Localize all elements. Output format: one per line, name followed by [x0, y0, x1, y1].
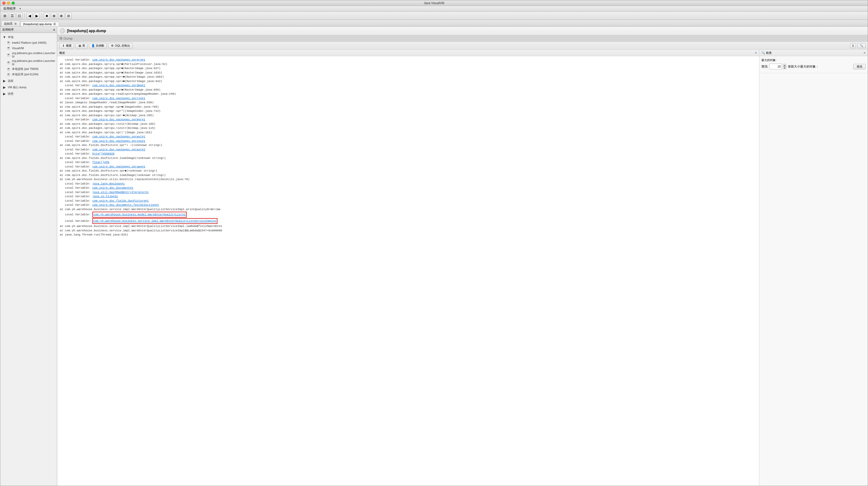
stack-link[interactable]: com.spire.doc.packages.sprwxt#1	[92, 135, 146, 138]
search-panel-title: 检查	[766, 51, 772, 55]
stack-trace-line: Local Variable: com.spire.doc.packages.s…	[60, 96, 756, 101]
spinner-down[interactable]: ▼	[783, 66, 786, 69]
stack-link[interactable]: com.spire.doc.packages.sprprq#1	[92, 58, 146, 61]
toolbar-btn-1[interactable]: ⊞	[2, 13, 8, 19]
toolbar-btn-3[interactable]: ⊡	[16, 13, 23, 19]
sub-btn-instances[interactable]: 👤 实例数	[89, 43, 106, 49]
tab-start-page[interactable]: 起始页 ×	[1, 21, 20, 26]
sidebar-item-localapp[interactable]: ☕ 本地应用 (pid 61294)	[0, 72, 57, 77]
stack-link[interactable]: com.spire.doc.packages.sprcpu#1	[92, 140, 146, 143]
sidebar-item-visualvm[interactable]: ☕ VisualVM	[0, 45, 57, 51]
stack-trace-line: at com.spire.doc.packages.sprcpu.<init>(…	[60, 126, 756, 130]
stack-trace-line: Local Variable: float[]#56	[60, 160, 756, 164]
sub-btn-summary[interactable]: ℹ 概要	[59, 43, 74, 49]
stack-link[interactable]: com.spire.doc.packages.sprdmq#1	[92, 84, 146, 87]
stack-trace-line: Local Variable: com.yh.warehouse.busines…	[60, 211, 756, 218]
stack-trace-line: Local Variable: com.spire.doc.packages.s…	[60, 118, 756, 122]
info-detail-btn[interactable]: ℹ	[850, 43, 856, 48]
content-area: 应用程序 ◀ ▼ 本地 ☕ IntelliJ Platform (pid 246…	[0, 27, 868, 486]
sidebar-item-intellij[interactable]: ☕ IntelliJ Platform (pid 24605)	[0, 40, 57, 45]
close-window-button[interactable]	[2, 2, 5, 5]
sidebar-item-vm-core[interactable]: ▶ VM 核心 dump	[0, 85, 57, 90]
search-find-label: 查找	[762, 64, 768, 69]
sidebar-title: 应用程序	[2, 28, 14, 32]
stack-trace-line: Local Variable: com.spire.doc.fields.Doc…	[60, 199, 756, 203]
heap-dump-title: [heapdump] app.dump	[67, 29, 106, 33]
search-count-input[interactable]	[769, 64, 782, 69]
maximize-window-button[interactable]	[12, 2, 15, 5]
stack-trace-line: Local Variable: com.spire.doc.packages.s…	[60, 83, 756, 88]
stack-trace-line: at com.spire.doc.packages.sprirq.spr■(Pa…	[60, 62, 756, 66]
sidebar-item-snapshot[interactable]: ▶ 快照	[0, 91, 57, 96]
tab-heapdump-close[interactable]: ×	[53, 23, 56, 26]
stack-link-highlight[interactable]: com.yh.warehouse.business.model.WareEnte…	[93, 213, 186, 216]
overview-panel: 概述 × Local Variable: com.spire.doc.packa…	[57, 50, 759, 486]
stack-link[interactable]: com.spire.doc.packages.sprrxp#1	[92, 97, 146, 100]
window-title: Java VisualVM	[424, 1, 444, 5]
sub-btn-oql[interactable]: ⚙ OQL 控制台	[108, 43, 132, 49]
stack-trace-line: at com.yh.warehouse.business.service.imp…	[60, 224, 756, 229]
stack-trace-line: Local Variable: com.spire.doc.packages.s…	[60, 148, 756, 152]
spinner-up[interactable]: ▲	[783, 64, 786, 66]
toolbar-btn-2[interactable]: ☰	[9, 13, 15, 19]
find-button[interactable]: 查找	[853, 64, 866, 69]
stack-link-highlight[interactable]: com.yh.warehouse.business.service.impl.W…	[93, 219, 216, 222]
toolbar-btn-forward[interactable]: ▶	[34, 13, 40, 19]
minimize-window-button[interactable]	[7, 2, 10, 5]
stack-link[interactable]: com.spire.doc.packages.sprwxt#2	[92, 148, 146, 151]
sidebar-launcher2-label: org.jetbrains.jps.cmdline.Launcher (p	[12, 59, 55, 65]
stack-link[interactable]: java.lang.Boolean#1	[92, 182, 125, 185]
stack-link[interactable]: com.spire.doc.fields.DocPicture#1	[92, 199, 149, 202]
toolbar-btn-back[interactable]: ◀	[26, 13, 33, 19]
stack-link[interactable]: com.spire.doc.Document#1	[92, 186, 133, 189]
stack-link[interactable]: float[]#56	[92, 161, 110, 164]
stack-link[interactable]: com.spire.doc.packages.spruwn#1	[92, 165, 146, 168]
sidebar-vm-core-label: VM 核心 dump	[8, 85, 26, 89]
search-panel: 🔍 检查 × 最大的对象: 查找 ▲	[759, 50, 868, 486]
sidebar-toggle-btn[interactable]: ◀	[53, 28, 55, 31]
search-panel-title-row: 🔍 检查	[762, 51, 772, 55]
sidebar-item-local[interactable]: ▼ 本地	[0, 34, 57, 40]
spinner-arrows: ▲ ▼	[783, 64, 786, 69]
sidebar-item-localprocess[interactable]: ☕ 本地进程 (pid 79609)	[0, 66, 57, 72]
sidebar-item-remote[interactable]: ▶ 远程	[0, 78, 57, 84]
sidebar-local-label: 本地	[8, 35, 13, 39]
stack-trace-line: at com.spire.doc.packages.sprcqu.spr|'(I…	[60, 130, 756, 135]
toolbar-btn-4[interactable]: ■	[44, 13, 50, 19]
sidebar-section-local: ▼ 本地 ☕ IntelliJ Platform (pid 24605) ☕ V…	[0, 34, 57, 78]
tab-heapdump[interactable]: [heapdump] app.dump ×	[21, 22, 59, 26]
stack-trace-content[interactable]: Local Variable: com.spire.doc.packages.s…	[57, 56, 759, 486]
overview-header: 概述 ×	[57, 50, 759, 56]
menu-bar: 应用程序 ▼	[0, 6, 868, 12]
oql-icon: ⚙	[111, 44, 114, 48]
stack-link[interactable]: com.spire.doc.packages.sprmgr#1	[92, 118, 146, 121]
stack-trace-line: at com.yh.warehouse.business.service.imp…	[60, 229, 756, 233]
stack-link[interactable]: java.io.File#31	[92, 195, 118, 198]
toolbar-btn-7[interactable]: ⊘	[65, 13, 72, 19]
search-row: 查找 ▲ ▼ 保留大小最大的对象： 查找	[762, 64, 866, 69]
search-panel-close-btn[interactable]: ×	[864, 51, 866, 55]
stack-trace-line: Local Variable: java.io.File#31	[60, 194, 756, 199]
sidebar-item-launcher1[interactable]: ☕ org.jetbrains.jps.cmdline.Launcher (p	[0, 51, 57, 59]
search-btn-right[interactable]: 🔍	[858, 43, 866, 48]
summary-icon: ℹ	[62, 44, 65, 48]
stack-link[interactable]: com.spire.doc.documents.TextSelection#1	[92, 204, 159, 207]
sub-toolbar: ℹ 概要 🏛 类 👤 实例数 ⚙ OQL 控制台	[57, 42, 868, 50]
localprocess-icon: ☕	[6, 67, 10, 71]
sidebar-intellij-label: IntelliJ Platform (pid 24605)	[12, 41, 46, 44]
info-detail-icon: ℹ	[852, 44, 854, 48]
tab-start-page-label: 起始页	[4, 22, 13, 26]
overview-close-btn[interactable]: ×	[755, 51, 757, 55]
menu-item-app[interactable]: 应用程序	[1, 6, 18, 11]
stack-link[interactable]: java.util.HashMap$EntryIterator#1	[92, 191, 149, 194]
sidebar: 应用程序 ◀ ▼ 本地 ☕ IntelliJ Platform (pid 246…	[0, 27, 57, 486]
tab-start-page-close[interactable]: ×	[14, 22, 17, 25]
visualvm-icon: ☕	[6, 46, 10, 50]
stack-link[interactable]: byte[]#566026	[92, 152, 115, 155]
sidebar-item-launcher2[interactable]: ☕ org.jetbrains.jps.cmdline.Launcher (p	[0, 59, 57, 66]
app-menu-toggle[interactable]: ▼	[18, 7, 23, 10]
sub-btn-summary-label: 概要	[66, 44, 72, 48]
toolbar-btn-5[interactable]: ⊕	[51, 13, 57, 19]
sub-btn-classes[interactable]: 🏛 类	[75, 43, 88, 49]
toolbar-btn-6[interactable]: ⊗	[58, 13, 64, 19]
